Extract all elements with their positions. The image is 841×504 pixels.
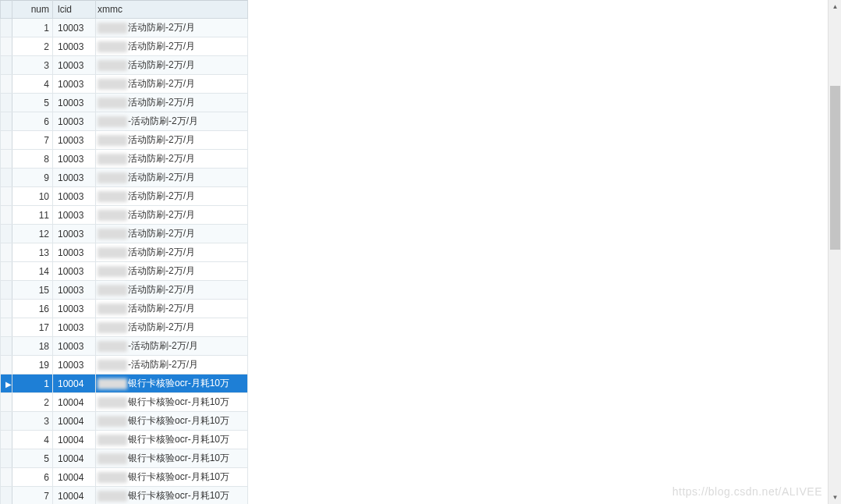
table-row[interactable]: 1210003活动防刷-2万/月 — [1, 225, 248, 243]
cell-xmmc[interactable]: 银行卡核验ocr-月耗10万 — [96, 468, 248, 487]
cell-lcid[interactable]: 10003 — [53, 75, 96, 94]
cell-lcid[interactable]: 10003 — [53, 225, 96, 243]
cell-xmmc[interactable]: -活动防刷-2万/月 — [96, 337, 248, 356]
cell-num[interactable]: 6 — [12, 468, 53, 487]
cell-num[interactable]: 2 — [12, 393, 53, 412]
table-row[interactable]: 210004银行卡核验ocr-月耗10万 — [1, 393, 248, 412]
cell-xmmc[interactable]: 银行卡核验ocr-月耗10万 — [96, 449, 248, 468]
table-row[interactable]: 910003活动防刷-2万/月 — [1, 169, 248, 187]
row-indicator[interactable] — [1, 300, 12, 318]
cell-xmmc[interactable]: 活动防刷-2万/月 — [96, 243, 248, 262]
table-row[interactable]: 1710003活动防刷-2万/月 — [1, 318, 248, 337]
cell-xmmc[interactable]: 银行卡核验ocr-月耗10万 — [96, 487, 248, 505]
row-indicator[interactable] — [1, 393, 12, 412]
row-indicator[interactable] — [1, 112, 12, 131]
table-row[interactable]: 310003活动防刷-2万/月 — [1, 56, 248, 75]
table-row[interactable]: ▶110004银行卡核验ocr-月耗10万 — [1, 374, 248, 393]
table-row[interactable]: 1910003-活动防刷-2万/月 — [1, 356, 248, 374]
cell-xmmc[interactable]: -活动防刷-2万/月 — [96, 112, 248, 131]
table-row[interactable]: 410004银行卡核验ocr-月耗10万 — [1, 431, 248, 449]
row-indicator[interactable] — [1, 225, 12, 243]
cell-xmmc[interactable]: 活动防刷-2万/月 — [96, 206, 248, 225]
row-indicator[interactable] — [1, 75, 12, 94]
cell-num[interactable]: 7 — [12, 131, 53, 150]
row-indicator[interactable] — [1, 356, 12, 374]
cell-lcid[interactable]: 10003 — [53, 356, 96, 374]
cell-xmmc[interactable]: 活动防刷-2万/月 — [96, 281, 248, 300]
table-row[interactable]: 1010003活动防刷-2万/月 — [1, 187, 248, 206]
cell-num[interactable]: 3 — [12, 56, 53, 75]
cell-lcid[interactable]: 10003 — [53, 94, 96, 112]
cell-lcid[interactable]: 10003 — [53, 56, 96, 75]
cell-num[interactable]: 2 — [12, 37, 53, 56]
cell-num[interactable]: 10 — [12, 187, 53, 206]
cell-lcid[interactable]: 10003 — [53, 281, 96, 300]
row-indicator[interactable] — [1, 412, 12, 431]
cell-num[interactable]: 1 — [12, 374, 53, 393]
cell-lcid[interactable]: 10004 — [53, 412, 96, 431]
vertical-scrollbar[interactable]: ▲ ▼ — [828, 0, 841, 504]
table-row[interactable]: 1610003活动防刷-2万/月 — [1, 300, 248, 318]
table-row[interactable]: 710004银行卡核验ocr-月耗10万 — [1, 487, 248, 505]
cell-num[interactable]: 6 — [12, 112, 53, 131]
scroll-up-arrow-icon[interactable]: ▲ — [829, 0, 841, 13]
cell-xmmc[interactable]: 银行卡核验ocr-月耗10万 — [96, 374, 248, 393]
row-indicator[interactable] — [1, 187, 12, 206]
column-header-lcid[interactable]: lcid — [53, 1, 96, 19]
cell-lcid[interactable]: 10003 — [53, 131, 96, 150]
row-indicator[interactable] — [1, 150, 12, 169]
column-header-xmmc[interactable]: xmmc — [96, 1, 248, 19]
row-indicator[interactable]: ▶ — [1, 374, 12, 393]
cell-xmmc[interactable]: 活动防刷-2万/月 — [96, 131, 248, 150]
cell-xmmc[interactable]: -活动防刷-2万/月 — [96, 356, 248, 374]
cell-lcid[interactable]: 10003 — [53, 112, 96, 131]
row-indicator[interactable] — [1, 131, 12, 150]
row-indicator[interactable] — [1, 487, 12, 505]
row-indicator[interactable] — [1, 243, 12, 262]
row-indicator[interactable] — [1, 431, 12, 449]
cell-xmmc[interactable]: 银行卡核验ocr-月耗10万 — [96, 431, 248, 449]
cell-xmmc[interactable]: 银行卡核验ocr-月耗10万 — [96, 393, 248, 412]
cell-xmmc[interactable]: 活动防刷-2万/月 — [96, 94, 248, 112]
cell-xmmc[interactable]: 活动防刷-2万/月 — [96, 318, 248, 337]
cell-xmmc[interactable]: 活动防刷-2万/月 — [96, 169, 248, 187]
cell-lcid[interactable]: 10003 — [53, 243, 96, 262]
table-row[interactable]: 1510003活动防刷-2万/月 — [1, 281, 248, 300]
cell-lcid[interactable]: 10003 — [53, 150, 96, 169]
cell-num[interactable]: 5 — [12, 449, 53, 468]
cell-lcid[interactable]: 10004 — [53, 449, 96, 468]
cell-num[interactable]: 4 — [12, 75, 53, 94]
table-row[interactable]: 1310003活动防刷-2万/月 — [1, 243, 248, 262]
cell-num[interactable]: 13 — [12, 243, 53, 262]
cell-num[interactable]: 16 — [12, 300, 53, 318]
cell-lcid[interactable]: 10003 — [53, 300, 96, 318]
cell-num[interactable]: 5 — [12, 94, 53, 112]
table-row[interactable]: 110003活动防刷-2万/月 — [1, 19, 248, 37]
cell-xmmc[interactable]: 活动防刷-2万/月 — [96, 300, 248, 318]
row-indicator[interactable] — [1, 56, 12, 75]
cell-lcid[interactable]: 10003 — [53, 318, 96, 337]
cell-xmmc[interactable]: 活动防刷-2万/月 — [96, 56, 248, 75]
cell-num[interactable]: 1 — [12, 19, 53, 37]
cell-lcid[interactable]: 10003 — [53, 169, 96, 187]
column-header-num[interactable]: num — [12, 1, 53, 19]
scrollbar-thumb[interactable] — [830, 86, 840, 250]
row-indicator-header[interactable] — [1, 1, 12, 19]
table-row[interactable]: 410003活动防刷-2万/月 — [1, 75, 248, 94]
table-row[interactable]: 510003活动防刷-2万/月 — [1, 94, 248, 112]
row-indicator[interactable] — [1, 206, 12, 225]
cell-xmmc[interactable]: 活动防刷-2万/月 — [96, 187, 248, 206]
cell-num[interactable]: 15 — [12, 281, 53, 300]
cell-num[interactable]: 12 — [12, 225, 53, 243]
table-row[interactable]: 510004银行卡核验ocr-月耗10万 — [1, 449, 248, 468]
cell-num[interactable]: 17 — [12, 318, 53, 337]
row-indicator[interactable] — [1, 337, 12, 356]
table-row[interactable]: 710003活动防刷-2万/月 — [1, 131, 248, 150]
cell-num[interactable]: 3 — [12, 412, 53, 431]
cell-xmmc[interactable]: 活动防刷-2万/月 — [96, 150, 248, 169]
cell-lcid[interactable]: 10004 — [53, 393, 96, 412]
cell-lcid[interactable]: 10003 — [53, 187, 96, 206]
row-indicator[interactable] — [1, 318, 12, 337]
row-indicator[interactable] — [1, 37, 12, 56]
cell-lcid[interactable]: 10003 — [53, 262, 96, 281]
